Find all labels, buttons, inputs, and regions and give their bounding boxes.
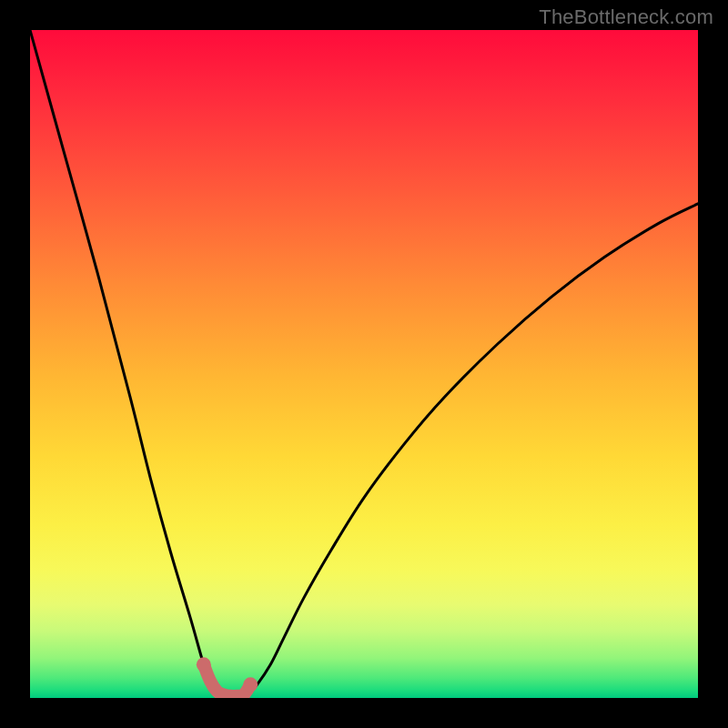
- watermark-text: TheBottleneck.com: [539, 5, 713, 29]
- chart-frame: TheBottleneck.com: [0, 0, 728, 728]
- plot-background: [30, 30, 698, 698]
